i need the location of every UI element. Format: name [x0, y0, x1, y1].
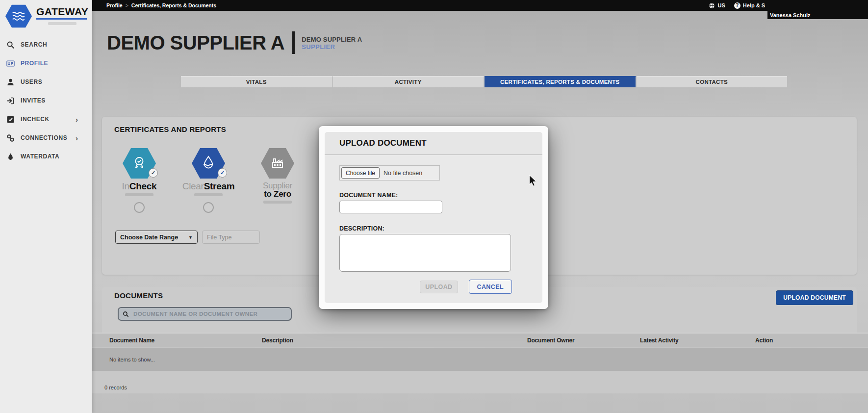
modal-title: UPLOAD DOCUMENT: [339, 138, 427, 148]
sidebar-item-waterdata[interactable]: WATERDATA: [0, 147, 92, 166]
help-link[interactable]: ? Help & S: [734, 2, 765, 9]
locale-selector[interactable]: US: [709, 2, 725, 9]
title-divider: [292, 31, 295, 54]
documents-heading: DOCUMENTS: [114, 291, 163, 300]
sidebar: GATEWAY SEARCH PROFILE: [0, 0, 92, 413]
tab-activity[interactable]: ACTIVITY: [333, 76, 485, 87]
water-drop-wave-icon: [199, 154, 218, 173]
clearstream-verified-check-icon: ✓: [218, 168, 227, 178]
supplier-to-zero-label: Supplier to Zero: [248, 181, 307, 198]
sidebar-item-search[interactable]: SEARCH: [0, 35, 92, 54]
sidebar-item-label: USERS: [21, 78, 42, 85]
tab-certificates-reports-documents[interactable]: CERTIFICATES, REPORTS & DOCUMENTS: [485, 76, 637, 87]
locale-label: US: [717, 2, 725, 8]
chain-links-icon: [6, 134, 15, 142]
breadcrumb-separator: >: [126, 2, 128, 8]
breadcrumb-profile[interactable]: Profile: [106, 2, 123, 8]
help-question-icon: ?: [734, 2, 740, 9]
incheck-verified-check-icon: ✓: [149, 168, 158, 178]
file-input[interactable]: Choose file No file chosen: [339, 165, 440, 181]
file-status-text: No file chosen: [383, 170, 422, 177]
document-search-input[interactable]: [132, 310, 287, 317]
description-label: DESCRIPTION:: [339, 225, 384, 232]
badge-supplier-to-zero[interactable]: Supplier to Zero: [248, 148, 307, 204]
chevron-right-icon: ›: [76, 116, 78, 123]
sidebar-item-invites[interactable]: INVITES: [0, 91, 92, 110]
gateway-logo-icon: [5, 4, 32, 28]
sign-in-arrow-icon: [6, 97, 15, 105]
caret-down-icon: ▼: [188, 235, 193, 240]
date-range-select[interactable]: Choose Date Range ▼: [115, 231, 198, 244]
column-action: Action: [755, 337, 773, 344]
document-search[interactable]: [118, 307, 292, 321]
tab-label: ACTIVITY: [395, 79, 422, 85]
chevron-right-icon: ›: [76, 134, 78, 142]
sidebar-item-label: WATERDATA: [21, 153, 59, 160]
logo-wordmark: GATEWAY: [36, 7, 88, 17]
column-description: Description: [262, 337, 293, 344]
award-ribbon-icon: [129, 154, 149, 173]
supplier-to-zero-fine-print: [263, 201, 292, 204]
clearstream-radio[interactable]: [203, 202, 214, 213]
tab-bar: VITALS ACTIVITY CERTIFICATES, REPORTS & …: [181, 76, 787, 87]
supplier-to-zero-hexagon-icon: [261, 148, 294, 179]
sidebar-nav: SEARCH PROFILE USERS INVITES: [0, 35, 92, 166]
modal-upload-button[interactable]: UPLOAD: [420, 281, 458, 293]
profile-card-icon: [6, 59, 15, 68]
sidebar-item-incheck[interactable]: INCHECK ›: [0, 110, 92, 129]
column-document-name: Document Name: [109, 337, 154, 344]
clearstream-fine-print: [194, 193, 223, 196]
file-type-select[interactable]: File Type: [202, 231, 260, 244]
sidebar-item-label: SEARCH: [21, 41, 47, 48]
modal-cancel-button[interactable]: CANCEL: [469, 280, 512, 294]
breadcrumb-current: Certificates, Reports & Documents: [131, 2, 216, 8]
user-icon: [6, 78, 15, 86]
date-range-label: Choose Date Range: [120, 234, 178, 241]
water-drop-icon: [6, 153, 15, 161]
incheck-fine-print: [125, 193, 153, 196]
help-label: Help & S: [743, 2, 765, 8]
tab-label: VITALS: [246, 79, 267, 85]
sidebar-item-connections[interactable]: CONNECTIONS ›: [0, 129, 92, 147]
description-field[interactable]: [339, 234, 511, 272]
tab-label: CONTACTS: [696, 79, 728, 85]
badge-clearstream[interactable]: ✓ ClearStream: [179, 148, 238, 196]
factory-icon: [268, 154, 287, 173]
column-document-owner: Document Owner: [527, 337, 575, 344]
empty-state-text: No items to show...: [109, 357, 155, 362]
document-name-label: DOCUMENT NAME:: [339, 192, 398, 199]
sidebar-item-label: INVITES: [21, 97, 46, 104]
incheck-radio[interactable]: [134, 202, 145, 213]
search-icon: [123, 311, 129, 317]
file-type-label: File Type: [207, 234, 232, 241]
sidebar-item-label: INCHECK: [21, 116, 50, 123]
topbar: Profile > Certificates, Reports & Docume…: [92, 0, 868, 11]
app-root: GATEWAY SEARCH PROFILE: [0, 0, 868, 413]
document-name-field[interactable]: [339, 201, 442, 213]
upload-document-modal: UPLOAD DOCUMENT Choose file No file chos…: [319, 126, 548, 309]
logo[interactable]: GATEWAY: [0, 0, 92, 28]
choose-file-button[interactable]: Choose file: [341, 167, 380, 179]
logo-fine-print: [48, 22, 77, 25]
sidebar-item-label: CONNECTIONS: [21, 134, 67, 141]
column-latest-activity: Latest Activity: [640, 337, 679, 344]
page-title: DEMO SUPPLIER A: [107, 32, 284, 54]
certificates-heading: CERTIFICATES AND REPORTS: [114, 125, 226, 133]
sidebar-item-label: PROFILE: [21, 60, 48, 67]
checked-checkbox-icon: [6, 115, 15, 124]
logo-underline: [36, 18, 87, 20]
tab-vitals[interactable]: VITALS: [181, 76, 333, 87]
tab-label: CERTIFICATES, REPORTS & DOCUMENTS: [500, 79, 620, 85]
records-footer: 0 records: [92, 371, 868, 393]
modal-header: UPLOAD DOCUMENT: [325, 132, 542, 155]
supplier-name: DEMO SUPPLIER A: [302, 36, 362, 43]
supplier-role: SUPPLIER: [302, 43, 362, 51]
documents-table-header: Document Name Description Document Owner…: [92, 333, 868, 347]
sidebar-item-profile[interactable]: PROFILE: [0, 54, 92, 73]
user-menu[interactable]: Vanessa Schulz: [767, 11, 868, 19]
upload-document-button[interactable]: UPLOAD DOCUMENT: [776, 290, 853, 305]
badge-incheck[interactable]: ✓ InCheck: [110, 148, 169, 196]
sidebar-item-users[interactable]: USERS: [0, 73, 92, 91]
search-icon: [6, 41, 15, 49]
tab-contacts[interactable]: CONTACTS: [637, 76, 788, 87]
